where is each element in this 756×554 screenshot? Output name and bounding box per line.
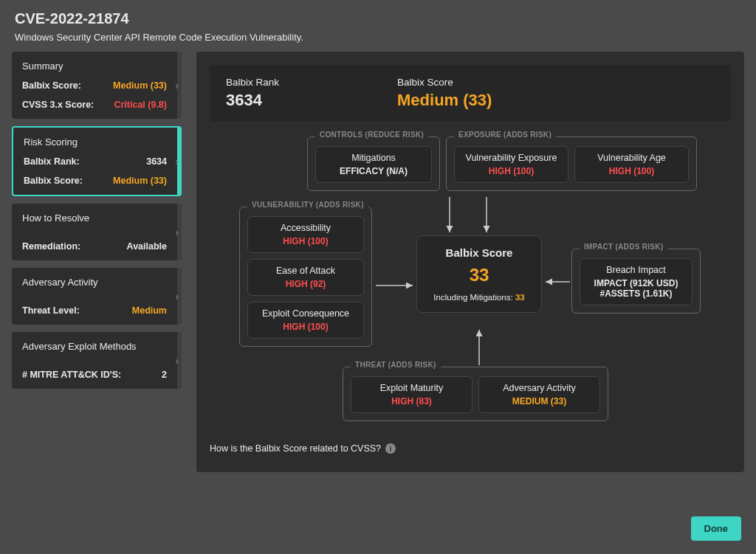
mitigations-title: Mitigations <box>323 153 424 163</box>
group-exposure: EXPOSURE (ADDS RISK) Vulnerability Expos… <box>446 136 697 191</box>
exposure-age-value: HIGH (100) <box>583 166 681 176</box>
factor-breach[interactable]: Breach Impact IMPACT (912K USD) #ASSETS … <box>580 258 693 305</box>
center-score: 33 <box>425 265 534 285</box>
mitigations-value: EFFICACY (N/A) <box>323 166 424 176</box>
chevron-right-icon: › <box>175 226 179 238</box>
summary-balbix-score-value: Medium (33) <box>113 80 167 91</box>
accessibility-value: HIGH (100) <box>255 236 356 246</box>
footer-question[interactable]: How is the Balbix Score related to CVSS?… <box>210 443 731 454</box>
score-header: Balbix Rank 3634 Balbix Score Medium (33… <box>210 65 731 122</box>
threat-label: Threat Level: <box>22 305 80 316</box>
factor-adv-activity[interactable]: Adversary Activity MEDIUM (33) <box>478 376 600 413</box>
summary-cvss-label: CVSS 3.x Score: <box>22 100 94 110</box>
resolve-title: How to Resolve <box>22 212 167 224</box>
summary-balbix-score-label: Balbix Score: <box>22 80 81 91</box>
chevron-right-icon: › <box>175 80 179 91</box>
factor-consequence[interactable]: Exploit Consequence HIGH (100) <box>247 302 364 339</box>
maturity-title: Exploit Maturity <box>359 383 464 393</box>
threat-value: Medium <box>132 305 167 316</box>
rank-label: Balbix Rank: <box>24 156 80 167</box>
score-label: Balbix Score: <box>24 176 83 186</box>
adv-activity-title: Adversary Activity <box>487 383 592 393</box>
sidebar-item-risk-scoring[interactable]: Risk Scoring Balbix Rank: 3634 Balbix Sc… <box>12 126 182 196</box>
header-score-label: Balbix Score <box>397 77 492 88</box>
group-controls-label: CONTROLS (REDUCE RISK) <box>315 131 428 139</box>
header-rank-value: 3634 <box>226 91 279 110</box>
exposure-age-title: Vulnerability Age <box>583 153 681 163</box>
factor-ease[interactable]: Ease of Attack HIGH (92) <box>247 259 364 296</box>
exposure-vuln-value: HIGH (100) <box>462 166 560 176</box>
group-threat-label: THREAT (ADDS RISK) <box>351 361 441 369</box>
factor-accessibility[interactable]: Accessibility HIGH (100) <box>247 216 364 253</box>
factor-mitigations[interactable]: Mitigations EFFICACY (N/A) <box>315 146 432 183</box>
maturity-value: HIGH (83) <box>359 396 464 406</box>
chevron-right-icon: › <box>175 156 179 167</box>
mitre-label: # MITRE ATT&CK ID'S: <box>22 370 121 380</box>
summary-title: Summary <box>22 60 167 72</box>
info-icon: i <box>385 443 396 454</box>
factor-exposure-vuln[interactable]: Vulnerability Exposure HIGH (100) <box>454 146 568 183</box>
breach-line2: #ASSETS (1.61K) <box>588 288 684 299</box>
group-exposure-label: EXPOSURE (ADDS RISK) <box>454 131 556 139</box>
breach-title: Breach Impact <box>588 265 684 275</box>
group-vulnerability: VULNERABILITY (ADDS RISK) Accessibility … <box>239 207 372 347</box>
group-controls: CONTROLS (REDUCE RISK) Mitigations EFFIC… <box>307 136 440 191</box>
factor-exposure-age[interactable]: Vulnerability Age HIGH (100) <box>574 146 689 183</box>
chevron-right-icon: › <box>175 355 179 367</box>
sidebar-item-summary[interactable]: Summary Balbix Score: Medium (33) CVSS 3… <box>12 52 182 119</box>
page-title: CVE-2022-21874 <box>0 0 756 32</box>
rem-label: Remediation: <box>22 241 80 252</box>
breach-line1: IMPACT (912K USD) <box>588 278 684 288</box>
accessibility-title: Accessibility <box>255 223 356 233</box>
header-rank-label: Balbix Rank <box>226 77 279 88</box>
exposure-vuln-title: Vulnerability Exposure <box>462 153 560 163</box>
risk-scoring-title: Risk Scoring <box>24 136 167 148</box>
done-button[interactable]: Done <box>691 516 742 541</box>
sidebar-item-exploit-methods[interactable]: Adversary Exploit Methods # MITRE ATT&CK… <box>12 332 182 389</box>
consequence-title: Exploit Consequence <box>255 308 356 319</box>
rank-value: 3634 <box>146 156 167 167</box>
page-subtitle: Windows Security Center API Remote Code … <box>0 32 756 52</box>
sidebar-item-adversary[interactable]: Adversary Activity Threat Level: Medium … <box>12 268 182 325</box>
center-title: Balbix Score <box>425 246 534 259</box>
summary-cvss-value: Critical (9.8) <box>114 100 167 110</box>
header-score-value: Medium (33) <box>397 91 492 110</box>
mitre-value: 2 <box>162 370 167 380</box>
footer-question-text: How is the Balbix Score related to CVSS? <box>210 443 381 454</box>
ease-title: Ease of Attack <box>255 266 356 276</box>
group-vulnerability-label: VULNERABILITY (ADDS RISK) <box>247 201 368 209</box>
ease-value: HIGH (92) <box>255 279 356 289</box>
group-impact: IMPACT (ADDS RISK) Breach Impact IMPACT … <box>571 249 701 314</box>
rem-value: Available <box>127 241 167 252</box>
sidebar-item-resolve[interactable]: How to Resolve Remediation: Available › <box>12 204 182 260</box>
factor-maturity[interactable]: Exploit Maturity HIGH (83) <box>351 376 472 413</box>
main-panel: Balbix Rank 3634 Balbix Score Medium (33… <box>196 52 744 472</box>
group-threat: THREAT (ADDS RISK) Exploit Maturity HIGH… <box>343 367 608 421</box>
sidebar: Summary Balbix Score: Medium (33) CVSS 3… <box>12 52 182 472</box>
score-value: Medium (33) <box>113 176 167 186</box>
adversary-title: Adversary Activity <box>22 277 167 288</box>
exploit-methods-title: Adversary Exploit Methods <box>22 341 167 352</box>
adv-activity-value: MEDIUM (33) <box>487 396 592 406</box>
consequence-value: HIGH (100) <box>255 322 356 332</box>
group-impact-label: IMPACT (ADDS RISK) <box>580 243 667 251</box>
center-including: Including Mitigations: 33 <box>425 293 534 302</box>
chevron-right-icon: › <box>175 291 179 302</box>
balbix-score-center: Balbix Score 33 Including Mitigations: 3… <box>416 235 542 313</box>
